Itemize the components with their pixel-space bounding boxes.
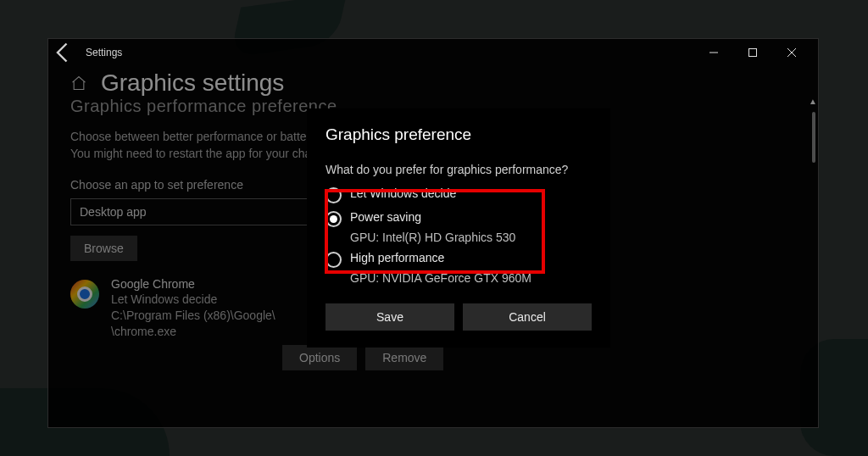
radio-option-power-saving[interactable]: Power saving — [326, 210, 592, 227]
options-button[interactable]: Options — [282, 345, 357, 370]
cancel-button[interactable]: Cancel — [463, 303, 592, 331]
dialog-title: Graphics preference — [326, 125, 592, 144]
radio-label: Let Windows decide — [350, 186, 456, 200]
app-pref: Let Windows decide — [111, 292, 275, 308]
scrollbar-thumb[interactable] — [812, 112, 815, 163]
chrome-icon — [70, 280, 99, 309]
remove-button[interactable]: Remove — [365, 345, 443, 370]
scroll-up-arrow[interactable]: ▲ — [808, 97, 818, 107]
browse-button[interactable]: Browse — [70, 236, 137, 261]
radio-group: Let Windows decide Power saving GPU: Int… — [326, 186, 592, 285]
radio-icon — [326, 211, 342, 227]
minimize-button[interactable] — [694, 40, 733, 65]
save-button[interactable]: Save — [326, 303, 454, 331]
close-button[interactable] — [772, 40, 811, 65]
app-type-select[interactable]: Desktop app — [70, 198, 316, 225]
app-path: \chrome.exe — [111, 324, 275, 340]
radio-sublabel: GPU: NVIDIA GeForce GTX 960M — [350, 271, 592, 285]
app-name: Google Chrome — [111, 276, 275, 292]
app-path: C:\Program Files (x86)\Google\ — [111, 308, 275, 324]
graphics-preference-dialog: Graphics preference What do you prefer f… — [307, 108, 610, 348]
back-button[interactable] — [52, 41, 75, 64]
svg-rect-1 — [749, 49, 757, 57]
radio-label: Power saving — [350, 210, 421, 224]
window-title: Settings — [86, 47, 122, 58]
home-icon[interactable] — [70, 75, 87, 92]
radio-option-high-performance[interactable]: High performance — [326, 251, 592, 268]
select-value: Desktop app — [80, 205, 147, 219]
titlebar: Settings — [48, 39, 818, 66]
dialog-prompt: What do you prefer for graphics performa… — [326, 163, 592, 176]
page-title: Graphics settings — [101, 70, 284, 97]
radio-icon — [326, 252, 342, 268]
radio-icon — [326, 187, 342, 203]
radio-option-let-windows-decide[interactable]: Let Windows decide — [326, 186, 592, 203]
maximize-button[interactable] — [733, 40, 772, 65]
radio-label: High performance — [350, 251, 444, 264]
radio-sublabel: GPU: Intel(R) HD Graphics 530 — [350, 231, 592, 244]
